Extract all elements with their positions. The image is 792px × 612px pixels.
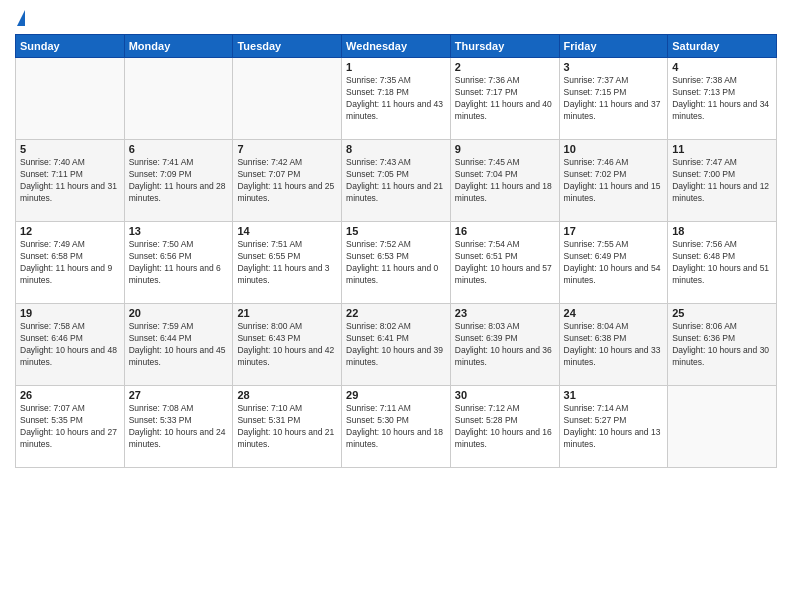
day-number: 20 [129,307,229,319]
day-number: 29 [346,389,446,401]
day-info: Sunrise: 7:07 AMSunset: 5:35 PMDaylight:… [20,403,120,451]
day-number: 16 [455,225,555,237]
day-cell: 18Sunrise: 7:56 AMSunset: 6:48 PMDayligh… [668,222,777,304]
day-info: Sunrise: 7:51 AMSunset: 6:55 PMDaylight:… [237,239,337,287]
day-number: 12 [20,225,120,237]
day-info: Sunrise: 7:54 AMSunset: 6:51 PMDaylight:… [455,239,555,287]
day-cell: 28Sunrise: 7:10 AMSunset: 5:31 PMDayligh… [233,386,342,468]
day-number: 18 [672,225,772,237]
day-number: 31 [564,389,664,401]
day-number: 4 [672,61,772,73]
day-number: 30 [455,389,555,401]
day-info: Sunrise: 7:50 AMSunset: 6:56 PMDaylight:… [129,239,229,287]
logo-text [15,10,25,26]
day-info: Sunrise: 7:12 AMSunset: 5:28 PMDaylight:… [455,403,555,451]
day-number: 26 [20,389,120,401]
day-info: Sunrise: 7:08 AMSunset: 5:33 PMDaylight:… [129,403,229,451]
day-number: 11 [672,143,772,155]
day-number: 9 [455,143,555,155]
day-info: Sunrise: 8:06 AMSunset: 6:36 PMDaylight:… [672,321,772,369]
day-info: Sunrise: 7:43 AMSunset: 7:05 PMDaylight:… [346,157,446,205]
week-row-4: 19Sunrise: 7:58 AMSunset: 6:46 PMDayligh… [16,304,777,386]
day-number: 6 [129,143,229,155]
day-info: Sunrise: 7:45 AMSunset: 7:04 PMDaylight:… [455,157,555,205]
day-number: 13 [129,225,229,237]
header [15,10,777,26]
day-number: 15 [346,225,446,237]
day-cell: 22Sunrise: 8:02 AMSunset: 6:41 PMDayligh… [342,304,451,386]
day-number: 7 [237,143,337,155]
day-info: Sunrise: 8:03 AMSunset: 6:39 PMDaylight:… [455,321,555,369]
day-cell [668,386,777,468]
day-header-tuesday: Tuesday [233,35,342,58]
day-cell: 30Sunrise: 7:12 AMSunset: 5:28 PMDayligh… [450,386,559,468]
day-cell: 29Sunrise: 7:11 AMSunset: 5:30 PMDayligh… [342,386,451,468]
day-cell: 24Sunrise: 8:04 AMSunset: 6:38 PMDayligh… [559,304,668,386]
day-info: Sunrise: 7:59 AMSunset: 6:44 PMDaylight:… [129,321,229,369]
logo [15,10,25,26]
day-cell: 15Sunrise: 7:52 AMSunset: 6:53 PMDayligh… [342,222,451,304]
day-cell: 8Sunrise: 7:43 AMSunset: 7:05 PMDaylight… [342,140,451,222]
day-number: 28 [237,389,337,401]
day-info: Sunrise: 7:14 AMSunset: 5:27 PMDaylight:… [564,403,664,451]
day-cell: 6Sunrise: 7:41 AMSunset: 7:09 PMDaylight… [124,140,233,222]
day-number: 27 [129,389,229,401]
day-number: 21 [237,307,337,319]
week-row-5: 26Sunrise: 7:07 AMSunset: 5:35 PMDayligh… [16,386,777,468]
day-cell: 7Sunrise: 7:42 AMSunset: 7:07 PMDaylight… [233,140,342,222]
day-cell: 4Sunrise: 7:38 AMSunset: 7:13 PMDaylight… [668,58,777,140]
day-cell: 9Sunrise: 7:45 AMSunset: 7:04 PMDaylight… [450,140,559,222]
day-cell: 20Sunrise: 7:59 AMSunset: 6:44 PMDayligh… [124,304,233,386]
day-header-saturday: Saturday [668,35,777,58]
day-info: Sunrise: 8:02 AMSunset: 6:41 PMDaylight:… [346,321,446,369]
calendar-table: SundayMondayTuesdayWednesdayThursdayFrid… [15,34,777,468]
day-cell: 23Sunrise: 8:03 AMSunset: 6:39 PMDayligh… [450,304,559,386]
day-number: 8 [346,143,446,155]
day-cell: 17Sunrise: 7:55 AMSunset: 6:49 PMDayligh… [559,222,668,304]
day-header-sunday: Sunday [16,35,125,58]
day-cell: 25Sunrise: 8:06 AMSunset: 6:36 PMDayligh… [668,304,777,386]
day-info: Sunrise: 7:38 AMSunset: 7:13 PMDaylight:… [672,75,772,123]
day-number: 1 [346,61,446,73]
day-number: 19 [20,307,120,319]
header-row: SundayMondayTuesdayWednesdayThursdayFrid… [16,35,777,58]
week-row-1: 1Sunrise: 7:35 AMSunset: 7:18 PMDaylight… [16,58,777,140]
day-info: Sunrise: 7:42 AMSunset: 7:07 PMDaylight:… [237,157,337,205]
day-header-wednesday: Wednesday [342,35,451,58]
page: SundayMondayTuesdayWednesdayThursdayFrid… [0,0,792,478]
day-cell: 13Sunrise: 7:50 AMSunset: 6:56 PMDayligh… [124,222,233,304]
day-info: Sunrise: 8:00 AMSunset: 6:43 PMDaylight:… [237,321,337,369]
week-row-3: 12Sunrise: 7:49 AMSunset: 6:58 PMDayligh… [16,222,777,304]
day-cell: 31Sunrise: 7:14 AMSunset: 5:27 PMDayligh… [559,386,668,468]
day-info: Sunrise: 7:52 AMSunset: 6:53 PMDaylight:… [346,239,446,287]
day-cell: 10Sunrise: 7:46 AMSunset: 7:02 PMDayligh… [559,140,668,222]
day-info: Sunrise: 7:40 AMSunset: 7:11 PMDaylight:… [20,157,120,205]
day-header-thursday: Thursday [450,35,559,58]
day-header-monday: Monday [124,35,233,58]
day-cell: 19Sunrise: 7:58 AMSunset: 6:46 PMDayligh… [16,304,125,386]
day-cell: 5Sunrise: 7:40 AMSunset: 7:11 PMDaylight… [16,140,125,222]
day-cell: 2Sunrise: 7:36 AMSunset: 7:17 PMDaylight… [450,58,559,140]
day-cell: 21Sunrise: 8:00 AMSunset: 6:43 PMDayligh… [233,304,342,386]
day-cell: 26Sunrise: 7:07 AMSunset: 5:35 PMDayligh… [16,386,125,468]
day-number: 22 [346,307,446,319]
day-info: Sunrise: 7:55 AMSunset: 6:49 PMDaylight:… [564,239,664,287]
day-number: 17 [564,225,664,237]
day-cell: 12Sunrise: 7:49 AMSunset: 6:58 PMDayligh… [16,222,125,304]
day-info: Sunrise: 7:46 AMSunset: 7:02 PMDaylight:… [564,157,664,205]
day-number: 3 [564,61,664,73]
day-number: 23 [455,307,555,319]
day-info: Sunrise: 8:04 AMSunset: 6:38 PMDaylight:… [564,321,664,369]
day-header-friday: Friday [559,35,668,58]
day-info: Sunrise: 7:35 AMSunset: 7:18 PMDaylight:… [346,75,446,123]
day-cell: 11Sunrise: 7:47 AMSunset: 7:00 PMDayligh… [668,140,777,222]
day-cell: 16Sunrise: 7:54 AMSunset: 6:51 PMDayligh… [450,222,559,304]
day-cell: 1Sunrise: 7:35 AMSunset: 7:18 PMDaylight… [342,58,451,140]
day-number: 2 [455,61,555,73]
week-row-2: 5Sunrise: 7:40 AMSunset: 7:11 PMDaylight… [16,140,777,222]
day-cell [16,58,125,140]
day-cell: 27Sunrise: 7:08 AMSunset: 5:33 PMDayligh… [124,386,233,468]
day-info: Sunrise: 7:47 AMSunset: 7:00 PMDaylight:… [672,157,772,205]
day-number: 10 [564,143,664,155]
day-number: 5 [20,143,120,155]
